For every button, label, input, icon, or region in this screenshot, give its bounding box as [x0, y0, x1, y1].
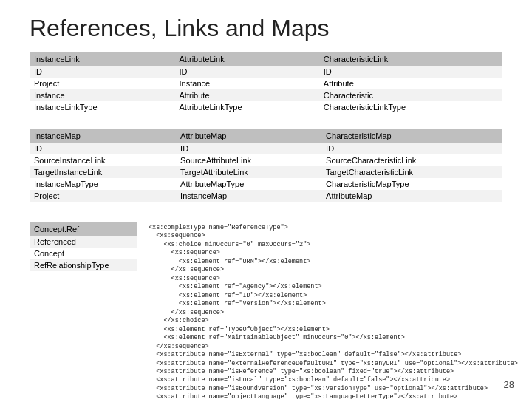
list-item: Referenced	[30, 236, 137, 248]
table-row: TargetInstanceLinkTargetAttributeLinkTar…	[30, 166, 502, 178]
instance-map-table-row: InstanceMap AttributeMap CharacteristicM…	[30, 129, 502, 202]
page: References, Links and Maps InstanceLink …	[0, 0, 532, 399]
instance-map-table-block: InstanceMap AttributeMap CharacteristicM…	[30, 129, 502, 202]
table-row: ProjectInstanceAttribute	[30, 78, 502, 89]
list-item: Concept	[30, 248, 137, 259]
bottom-section: Concept.Ref ReferencedConceptRefRelation…	[30, 222, 502, 399]
concept-ref-header: Concept.Ref	[30, 222, 137, 236]
table-row: InstanceAttributeCharacteristic	[30, 89, 502, 101]
instance-link-table: InstanceLink AttributeLink Characteristi…	[30, 52, 502, 113]
col-header-instancelink: InstanceLink	[30, 52, 175, 66]
page-title: References, Links and Maps	[30, 15, 502, 42]
table-row: SourceInstanceLinkSourceAttributeLinkSou…	[30, 154, 502, 166]
tables-row: InstanceLink AttributeLink Characteristi…	[30, 52, 502, 113]
instance-link-table-block: InstanceLink AttributeLink Characteristi…	[30, 52, 502, 113]
col-header-attributemap: AttributeMap	[176, 129, 321, 143]
list-item: RefRelationshipType	[30, 259, 137, 271]
code-block: <xs:complexType name="ReferenceType"> <x…	[149, 222, 518, 399]
instance-map-table: InstanceMap AttributeMap CharacteristicM…	[30, 129, 502, 202]
table-row: InstanceLinkTypeAttributeLinkTypeCharact…	[30, 101, 502, 113]
table-row: IDIDID	[30, 66, 502, 78]
concept-ref-table: Concept.Ref ReferencedConceptRefRelation…	[30, 222, 137, 271]
table-row: ProjectInstanceMapAttributeMap	[30, 190, 502, 202]
page-number: 28	[504, 379, 514, 390]
table-row: IDIDID	[30, 143, 502, 154]
col-header-characteristicmap: CharacteristicMap	[321, 129, 502, 143]
col-header-attributelink: AttributeLink	[175, 52, 319, 66]
concept-ref-table-block: Concept.Ref ReferencedConceptRefRelation…	[30, 222, 137, 399]
table-row: InstanceMapTypeAttributeMapTypeCharacter…	[30, 178, 502, 190]
col-header-instancemap: InstanceMap	[30, 129, 176, 143]
col-header-characteristiclink: CharacteristicLink	[319, 52, 502, 66]
